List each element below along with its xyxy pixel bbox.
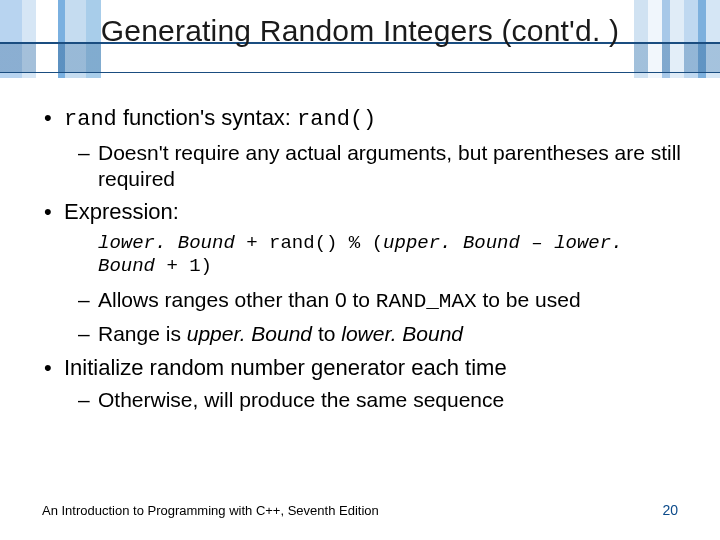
expr-upperbound: upper. Bound <box>383 232 520 254</box>
subbullet-allows-ranges: Allows ranges other than 0 to RAND_MAX t… <box>42 287 682 315</box>
code-rand-call: rand() <box>297 107 376 132</box>
text-range-is: Range is <box>98 322 187 345</box>
subbullet-otherwise: Otherwise, will produce the same sequenc… <box>42 387 682 413</box>
expr-minus: – <box>520 232 554 254</box>
bullet-expression: Expression: <box>42 198 682 226</box>
footer-book-title: An Introduction to Programming with C++,… <box>42 503 379 518</box>
expr-end: + 1) <box>155 255 212 277</box>
slide-content: rand function's syntax: rand() Doesn't r… <box>42 104 682 419</box>
expr-rand-mod: rand() % ( <box>269 232 383 254</box>
text-lowerbound: lower. Bound <box>341 322 463 345</box>
subbullet-no-arguments: Doesn't require any actual arguments, bu… <box>42 140 682 193</box>
expr-plus: + <box>235 232 269 254</box>
bullet-rand-syntax: rand function's syntax: rand() <box>42 104 682 134</box>
expression-formula: lower. Bound + rand() % (upper. Bound – … <box>98 232 682 280</box>
text-allows-ranges-pre: Allows ranges other than 0 to <box>98 288 376 311</box>
expr-lowerbound: lower. Bound <box>98 232 235 254</box>
text-allows-ranges-post: to be used <box>477 288 581 311</box>
code-rand: rand <box>64 107 117 132</box>
code-rand-max: RAND_MAX <box>376 290 477 313</box>
subbullet-range-is: Range is upper. Bound to lower. Bound <box>42 321 682 347</box>
footer-page-number: 20 <box>662 502 678 518</box>
text-to: to <box>312 322 341 345</box>
slide-title: Generating Random Integers (cont'd. ) <box>0 14 720 48</box>
text-functions-syntax: function's syntax: <box>117 105 297 130</box>
text-upperbound: upper. Bound <box>187 322 312 345</box>
header-bottomline <box>0 72 720 73</box>
bullet-initialize: Initialize random number generator each … <box>42 354 682 382</box>
